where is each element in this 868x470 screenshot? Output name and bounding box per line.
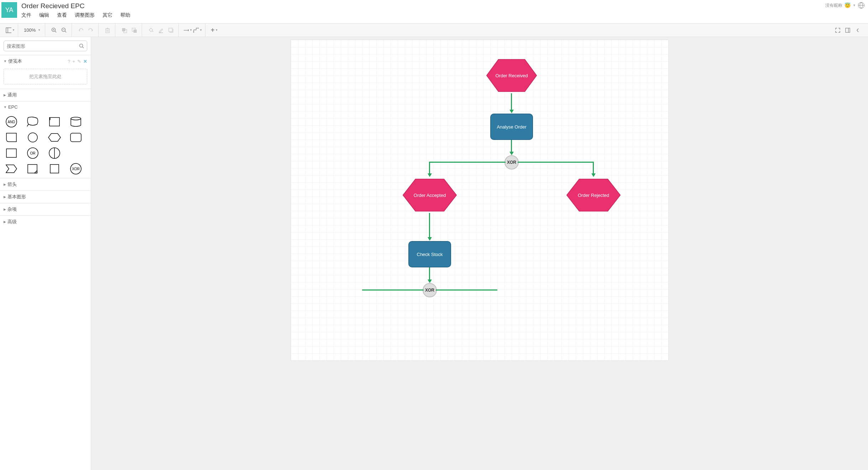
nickname-label[interactable]: 没有昵称 <box>825 2 842 9</box>
edge[interactable] <box>593 162 594 174</box>
node-analyse-order[interactable]: Analyse Order <box>490 114 533 140</box>
svg-rect-27 <box>846 28 850 32</box>
toolbar-group-view: ▼ <box>3 24 18 37</box>
toolbar-group-style <box>143 24 179 37</box>
scratchpad-dropzone[interactable]: 把元素拖至此处 <box>4 69 87 84</box>
chevron-down-icon[interactable]: ▼ <box>853 4 856 7</box>
shape-card[interactable] <box>4 132 19 143</box>
edge[interactable] <box>436 289 497 291</box>
panel-scratchpad: ▼ 便笺本 ? + ✎ ✕ 把元素拖至此处 <box>0 55 91 89</box>
edge[interactable] <box>429 213 430 238</box>
shape-database[interactable] <box>69 116 83 127</box>
insert-button[interactable]: +▼ <box>210 26 219 35</box>
toolbar-group-history <box>73 24 99 37</box>
help-icon[interactable]: ? <box>68 59 70 64</box>
menubar: 文件 编辑 查看 调整图形 其它 帮助 <box>21 12 825 21</box>
arrow-head-icon <box>428 280 432 283</box>
undo-button[interactable] <box>76 26 85 35</box>
chevron-right-icon: ▶ <box>4 183 6 186</box>
shape-half-circle[interactable] <box>47 147 62 159</box>
svg-rect-36 <box>6 149 16 157</box>
diagram-canvas[interactable]: Order Received Analyse Order XOR Order A… <box>291 40 668 360</box>
connection-style-button[interactable]: ▼ <box>183 26 192 35</box>
shape-or-gate[interactable]: OR <box>26 147 40 159</box>
redo-button[interactable] <box>86 26 95 35</box>
zoom-out-button[interactable] <box>59 26 69 35</box>
svg-point-34 <box>28 133 37 142</box>
search-shapes-box[interactable] <box>4 41 87 51</box>
edge[interactable] <box>429 267 430 280</box>
panel-basic: ▶ 基本图形 <box>0 190 91 203</box>
menu-shape[interactable]: 调整图形 <box>75 12 95 19</box>
fullscreen-button[interactable] <box>833 26 842 35</box>
node-xor-2[interactable]: XOR <box>423 283 437 297</box>
shadow-button[interactable] <box>166 26 176 35</box>
node-order-received-label: Order Received <box>485 58 538 93</box>
arrow-head-icon <box>509 152 514 155</box>
toolbar-group-connection: ▼ ▼ <box>180 24 205 37</box>
waypoint-style-button[interactable]: ▼ <box>193 26 202 35</box>
menu-other[interactable]: 其它 <box>103 12 113 19</box>
shape-document[interactable] <box>47 116 62 127</box>
globe-icon[interactable] <box>858 2 864 9</box>
fill-color-button[interactable] <box>146 26 156 35</box>
panel-header-arrows[interactable]: ▶ 箭头 <box>0 178 91 190</box>
shape-annotation[interactable] <box>26 116 40 127</box>
zoom-in-button[interactable] <box>49 26 59 35</box>
delete-button[interactable] <box>103 26 112 35</box>
search-icon[interactable] <box>79 43 84 48</box>
sidebar-toggle-button[interactable]: ▼ <box>6 26 15 35</box>
edge[interactable] <box>511 140 512 152</box>
header-main: Order Recieved EPC 文件 编辑 查看 调整图形 其它 帮助 <box>21 1 825 21</box>
menu-file[interactable]: 文件 <box>21 12 31 19</box>
chevron-left-icon[interactable] <box>853 26 862 35</box>
panel-header-misc[interactable]: ▶ 杂项 <box>0 203 91 215</box>
arrow-head-icon <box>591 173 596 177</box>
panel-header-epc[interactable]: ▼ EPC <box>0 101 91 113</box>
svg-point-25 <box>193 31 194 32</box>
to-back-button[interactable] <box>130 26 139 35</box>
arrow-head-icon <box>509 110 514 113</box>
node-check-stock[interactable]: Check Stock <box>408 241 451 267</box>
shape-xor-gate[interactable]: XOR <box>69 163 83 174</box>
shape-note[interactable] <box>26 163 40 174</box>
document-title[interactable]: Order Recieved EPC <box>21 1 825 12</box>
canvas-container[interactable]: Order Received Analyse Order XOR Order A… <box>91 37 868 470</box>
panel-header-scratchpad[interactable]: ▼ 便笺本 ? + ✎ ✕ <box>0 55 91 67</box>
shape-and-gate[interactable]: AND <box>4 116 19 127</box>
edge[interactable] <box>511 93 512 110</box>
plus-icon[interactable]: + <box>72 59 75 64</box>
search-input[interactable] <box>7 43 79 49</box>
node-xor-1[interactable]: XOR <box>504 155 519 169</box>
svg-text:AND: AND <box>7 120 15 124</box>
header-right: 没有昵称 😇 ▼ <box>825 2 864 9</box>
zoom-level[interactable]: 100%▼ <box>22 27 42 33</box>
edge[interactable] <box>429 162 506 163</box>
shape-rect[interactable] <box>4 147 19 159</box>
panel-header-basic[interactable]: ▶ 基本图形 <box>0 191 91 203</box>
panel-header-advanced[interactable]: ▶ 高级 <box>0 216 91 228</box>
pencil-icon[interactable]: ✎ <box>77 59 81 64</box>
svg-rect-35 <box>70 133 81 142</box>
shape-rounded-rect[interactable] <box>69 132 83 143</box>
edge[interactable] <box>518 162 594 163</box>
shape-pentagon[interactable] <box>4 163 19 174</box>
menu-view[interactable]: 查看 <box>57 12 67 19</box>
shape-square[interactable] <box>47 163 62 174</box>
shape-circle[interactable] <box>26 132 40 143</box>
menu-edit[interactable]: 编辑 <box>39 12 49 19</box>
line-color-button[interactable] <box>156 26 166 35</box>
toolbar-group-right <box>830 24 865 37</box>
app-header: YA Order Recieved EPC 文件 编辑 查看 调整图形 其它 帮… <box>0 0 868 24</box>
svg-line-7 <box>65 31 66 32</box>
panel-general: ▶ 通用 <box>0 89 91 101</box>
edge[interactable] <box>429 162 430 174</box>
toolbar-group-delete <box>100 24 115 37</box>
to-front-button[interactable] <box>120 26 129 35</box>
panel-header-general[interactable]: ▶ 通用 <box>0 89 91 101</box>
edge[interactable] <box>362 289 424 291</box>
shape-hexagon[interactable] <box>47 132 62 143</box>
close-icon[interactable]: ✕ <box>83 59 87 64</box>
menu-help[interactable]: 帮助 <box>120 12 130 19</box>
format-panel-button[interactable] <box>843 26 852 35</box>
